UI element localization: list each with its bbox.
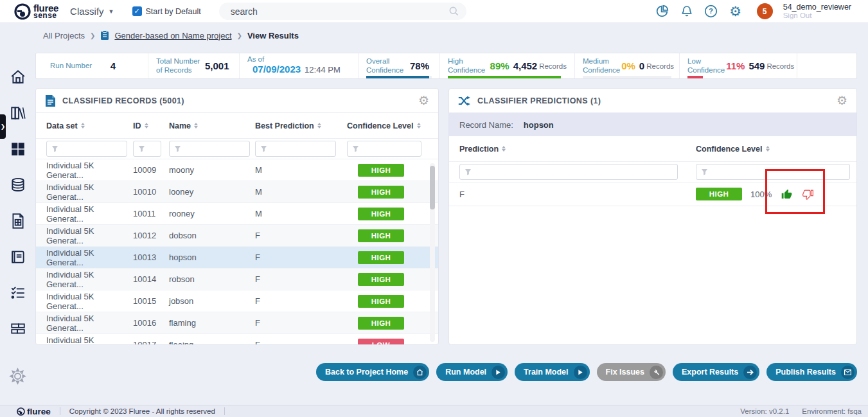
sidebar-expand-handle[interactable]: ❯ <box>0 114 6 139</box>
sidebar-item-apps-grid-active[interactable] <box>9 140 26 157</box>
table-row[interactable]: Individual 5K Generat... 10012 dobson F … <box>36 225 438 247</box>
cell-dataset: Individual 5K Generat... <box>46 226 133 245</box>
cell-id: 10014 <box>133 274 169 284</box>
wrench-icon <box>650 366 663 379</box>
confidence-badge: HIGH <box>358 186 404 199</box>
stat-label: Overall Confidence <box>366 57 409 74</box>
play-icon <box>574 366 587 379</box>
stats-bar: Run Number 4 Total Number of Records 5,0… <box>35 53 857 79</box>
sort-icon <box>317 123 321 129</box>
classify-dropdown[interactable]: Classify ▼ <box>70 6 114 17</box>
as-of-time: 12:44 PM <box>305 65 341 75</box>
table-row[interactable]: Individual 5K Generat... 10016 flaming F… <box>36 312 438 334</box>
stat-low-confidence: Low Confidence 11% 549 Records <box>680 53 797 78</box>
fluree-logo-icon <box>14 3 31 20</box>
publish-results-button[interactable]: Publish Results <box>766 363 857 381</box>
filter-input-id[interactable] <box>133 141 161 157</box>
sidebar <box>0 23 35 405</box>
sign-out-link[interactable]: Sign Out <box>783 12 851 19</box>
sidebar-item-notebook[interactable] <box>9 248 26 265</box>
chevron-down-icon: ▼ <box>109 8 114 15</box>
user-block: 54_demo_reviewer Sign Out <box>783 3 851 19</box>
progress-fill-low <box>687 76 703 78</box>
checkbox-checked-icon[interactable]: ✓ <box>132 6 142 16</box>
arrow-right-icon <box>743 366 757 379</box>
predictions-settings-gear-icon[interactable]: ⚙ <box>837 93 847 108</box>
records-settings-gear-icon[interactable]: ⚙ <box>418 93 429 108</box>
cell-name: flaming <box>169 318 255 328</box>
cell-name: dobson <box>169 231 255 240</box>
cell-best-prediction: F <box>255 274 347 284</box>
top-header: fluree sense Classify ▼ ✓ Start by Defau… <box>0 0 868 23</box>
fluree-sense-logo[interactable]: fluree sense <box>14 3 58 20</box>
export-results-button[interactable]: Export Results <box>673 363 759 381</box>
sort-icon <box>417 123 421 129</box>
table-row[interactable]: Individual 5K Generat... 10017 fleeing F… <box>36 334 438 345</box>
stat-spacer <box>797 53 856 78</box>
filter-input-name[interactable] <box>169 141 250 157</box>
stat-count: 0 <box>639 60 644 71</box>
document-icon <box>45 94 56 107</box>
filter-input-prediction[interactable] <box>459 164 678 180</box>
search-bar[interactable] <box>219 3 466 20</box>
sort-icon <box>145 123 148 129</box>
table-row[interactable]: Individual 5K Generat... 10013 hopson F … <box>36 247 438 269</box>
table-row[interactable]: Individual 5K Generat... 10011 rooney M … <box>36 203 438 225</box>
cell-id: 10013 <box>133 253 169 262</box>
table-row[interactable]: Individual 5K Generat... 10010 looney M … <box>36 181 438 203</box>
sidebar-item-home[interactable] <box>9 68 26 85</box>
home-icon <box>413 366 427 379</box>
analytics-pie-icon[interactable] <box>655 4 669 19</box>
run-model-button[interactable]: Run Model <box>436 363 508 381</box>
stat-label: High Confidence <box>448 57 489 74</box>
filter-input-best-prediction[interactable] <box>255 141 336 157</box>
filter-input-dataset[interactable] <box>46 141 127 157</box>
funnel-icon <box>465 168 472 175</box>
search-input[interactable] <box>219 6 466 17</box>
notifications-bell-icon[interactable] <box>680 4 694 19</box>
sidebar-item-layers[interactable] <box>9 320 26 337</box>
column-header-id[interactable]: ID <box>133 121 169 130</box>
cell-prediction: F <box>459 190 696 199</box>
checkbox-label: Start by Default <box>146 7 201 16</box>
column-header-confidence-level[interactable]: Confidence Level <box>347 121 438 130</box>
filter-input-confidence[interactable] <box>347 141 421 157</box>
sidebar-item-library[interactable] <box>9 104 26 121</box>
column-header-dataset[interactable]: Data set <box>46 121 133 130</box>
user-avatar-badge[interactable]: 5 <box>757 3 773 19</box>
help-icon[interactable]: ? <box>704 4 718 19</box>
table-row[interactable]: Individual 5K Generat... 10009 moony M H… <box>36 159 438 181</box>
back-to-project-home-button[interactable]: Back to Project Home <box>316 363 429 381</box>
column-header-prediction[interactable]: Prediction <box>459 145 696 154</box>
funnel-icon <box>352 145 359 152</box>
footer-fluree-logo: fluree <box>17 407 51 416</box>
header-actions: ? ⚙ 5 54_demo_reviewer Sign Out <box>655 3 851 19</box>
breadcrumb-all-projects[interactable]: All Projects <box>43 31 85 40</box>
stat-run-number: Run Number 4 <box>36 53 148 78</box>
column-header-best-prediction[interactable]: Best Prediction <box>255 121 347 130</box>
train-model-button[interactable]: Train Model <box>515 363 589 381</box>
table-row[interactable]: Individual 5K Generat... 10015 jobson F … <box>36 290 438 312</box>
as-of-date: 07/09/2023 <box>252 64 301 75</box>
sidebar-item-checklist[interactable] <box>9 284 26 301</box>
stat-records-word: Records <box>646 62 674 70</box>
table-row[interactable]: Individual 5K Generat... 10014 robson F … <box>36 269 438 290</box>
stat-high-confidence: High Confidence 89% 4,452 Records <box>440 53 575 78</box>
breadcrumb-project-link[interactable]: Gender-based on Name project <box>114 31 231 40</box>
fix-issues-button[interactable]: Fix Issues <box>597 363 666 381</box>
cell-best-prediction: M <box>255 165 347 175</box>
cell-id: 10017 <box>133 340 169 345</box>
records-scrollbar[interactable] <box>430 163 435 342</box>
stat-pct: 0% <box>621 60 635 71</box>
stat-pct: 11% <box>726 60 745 71</box>
sidebar-item-database[interactable] <box>9 176 26 193</box>
settings-gear-icon[interactable]: ⚙ <box>729 4 743 19</box>
sidebar-item-report-document[interactable] <box>9 212 26 229</box>
scrollbar-thumb[interactable] <box>430 166 435 209</box>
footer: fluree Copyright © 2023 Fluree - All rig… <box>0 405 868 417</box>
column-header-name[interactable]: Name <box>169 121 255 130</box>
stat-count: 549 <box>748 60 765 71</box>
start-by-default-toggle[interactable]: ✓ Start by Default <box>132 6 201 16</box>
column-header-confidence-level[interactable]: Confidence Level <box>696 145 856 154</box>
sidebar-item-settings[interactable] <box>9 368 26 385</box>
